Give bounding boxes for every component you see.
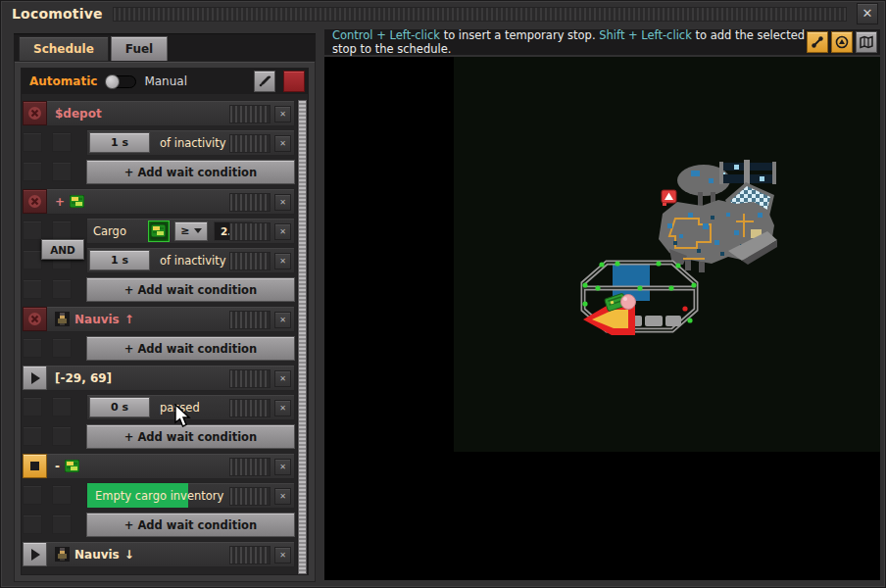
add-wait-condition-button[interactable]: + Add wait condition <box>86 277 295 302</box>
drag-handle[interactable] <box>229 487 271 506</box>
stop-name[interactable]: $depot <box>55 107 102 121</box>
no-path-icon <box>26 311 43 327</box>
remove-condition-button[interactable]: ✕ <box>274 135 291 152</box>
no-path-button[interactable] <box>23 101 47 125</box>
play-icon <box>31 549 40 561</box>
stop-name[interactable]: + <box>55 195 84 209</box>
stop-row: - ✕ <box>22 453 295 479</box>
add-wait-condition-button[interactable]: + Add wait condition <box>86 424 295 449</box>
condition-slot <box>52 220 72 240</box>
drag-handle[interactable] <box>229 369 271 388</box>
rail-signal-visibility-button[interactable] <box>807 31 828 53</box>
remove-condition-button[interactable]: ✕ <box>274 400 291 416</box>
remove-stop-button[interactable]: ✕ <box>274 547 291 564</box>
train-color-button[interactable] <box>283 71 305 92</box>
factory-cluster <box>659 160 777 272</box>
no-path-button[interactable] <box>23 307 47 331</box>
add-wait-condition-button[interactable]: + Add wait condition <box>86 513 295 537</box>
add-wait-row: + Add wait condition <box>22 335 295 362</box>
automatic-manual-toggle[interactable] <box>105 75 136 88</box>
close-icon: ✕ <box>862 6 873 21</box>
remove-condition-button[interactable]: ✕ <box>274 488 291 505</box>
signal-select-button[interactable] <box>148 220 170 242</box>
drag-handle[interactable] <box>229 222 271 241</box>
direction-arrow: ↓ <box>124 548 134 562</box>
train-stop-icon <box>835 35 849 49</box>
minimap[interactable] <box>324 57 880 580</box>
condition-slot <box>52 338 72 358</box>
condition-slot <box>52 485 72 505</box>
circuit-signal-icon <box>151 224 166 237</box>
wait-condition-row: 1 s of inactivity ✕ <box>22 129 295 156</box>
train-stop-visibility-button[interactable] <box>831 31 853 53</box>
remove-stop-button[interactable]: ✕ <box>274 194 291 211</box>
time-value-button[interactable]: 1 s <box>89 250 150 270</box>
condition-slot <box>52 162 72 181</box>
drag-handle-stripes[interactable] <box>113 7 847 22</box>
condition-slot <box>23 250 42 270</box>
wait-condition-row: 0 s passed ✕ <box>22 394 295 420</box>
drag-handle[interactable] <box>229 105 271 123</box>
and-or-toggle-button[interactable]: AND <box>41 239 84 260</box>
add-wait-row: + Add wait condition <box>22 159 295 185</box>
drag-handle[interactable] <box>229 193 271 212</box>
remove-stop-button[interactable]: ✕ <box>274 106 291 122</box>
remove-condition-button[interactable]: ✕ <box>274 223 291 240</box>
time-value-button[interactable]: 1 s <box>89 132 150 153</box>
condition-slot <box>52 397 72 416</box>
play-icon <box>31 372 40 384</box>
close-button[interactable]: ✕ <box>857 3 878 24</box>
wait-condition: 1 s of inactivity ✕ <box>86 247 295 273</box>
remove-stop-button[interactable]: ✕ <box>274 459 291 475</box>
go-to-stop-button[interactable] <box>23 366 47 390</box>
remove-stop-button[interactable]: ✕ <box>274 370 291 387</box>
current-stop-button[interactable] <box>23 454 47 478</box>
remove-condition-button[interactable]: ✕ <box>274 253 291 270</box>
tab-schedule[interactable]: Schedule <box>19 36 109 61</box>
toggle-knob <box>105 74 120 89</box>
comparator-dropdown[interactable]: ≥ <box>174 221 208 241</box>
rail-signal-icon <box>811 35 824 49</box>
go-to-stop-button[interactable] <box>23 542 47 566</box>
no-path-button[interactable] <box>23 189 47 214</box>
condition-slot <box>52 426 72 446</box>
add-wait-condition-button[interactable]: + Add wait condition <box>86 336 295 361</box>
circuit-signal-icon <box>70 195 84 208</box>
stop-name[interactable]: Nauvis ↑ <box>55 312 134 326</box>
mode-bar: Automatic Manual <box>22 69 308 94</box>
direction-arrow: ↑ <box>124 313 134 326</box>
player-portrait-icon <box>55 312 70 326</box>
drag-handle[interactable] <box>229 134 271 153</box>
remove-stop-button[interactable]: ✕ <box>274 312 291 328</box>
stop-name[interactable]: Nauvis ↓ <box>55 547 134 562</box>
drag-handle[interactable] <box>229 252 271 270</box>
wait-condition: 0 s passed ✕ <box>86 394 295 420</box>
stop-name[interactable]: - <box>55 460 79 473</box>
stop-icon <box>30 462 39 470</box>
stop-name[interactable]: [-29, 69] <box>55 371 112 385</box>
drag-handle[interactable] <box>229 399 271 417</box>
scrollbar-thumb[interactable] <box>298 100 307 574</box>
schedule-panel-body: Automatic Manual <box>14 61 316 582</box>
drag-handle[interactable] <box>229 546 271 564</box>
pen-icon <box>258 74 271 88</box>
add-wait-condition-button[interactable]: + Add wait condition <box>86 160 295 184</box>
add-wait-row: + Add wait condition <box>22 512 295 538</box>
stop-row: Nauvis ↓ ✕ <box>22 541 295 567</box>
tab-fuel[interactable]: Fuel <box>111 36 168 61</box>
title-bar: Locomotive ✕ <box>0 0 886 27</box>
hint-text: to insert a temporary stop. <box>440 28 599 42</box>
schedule-scrollbar <box>297 100 308 574</box>
drag-handle[interactable] <box>229 458 271 476</box>
player-portrait-icon <box>55 547 70 562</box>
chevron-down-icon <box>194 228 202 233</box>
stop-row: + ✕ <box>22 188 295 215</box>
player-marker <box>621 295 636 310</box>
open-in-map-button[interactable] <box>856 31 877 53</box>
condition-slot <box>23 132 42 152</box>
rename-button[interactable] <box>254 71 275 92</box>
stop-row: [-29, 69] ✕ <box>22 365 295 391</box>
drag-handle[interactable] <box>229 311 271 329</box>
ctrl-click-hint: Control + Left-click <box>332 28 440 42</box>
time-value-button[interactable]: 0 s <box>89 397 150 417</box>
